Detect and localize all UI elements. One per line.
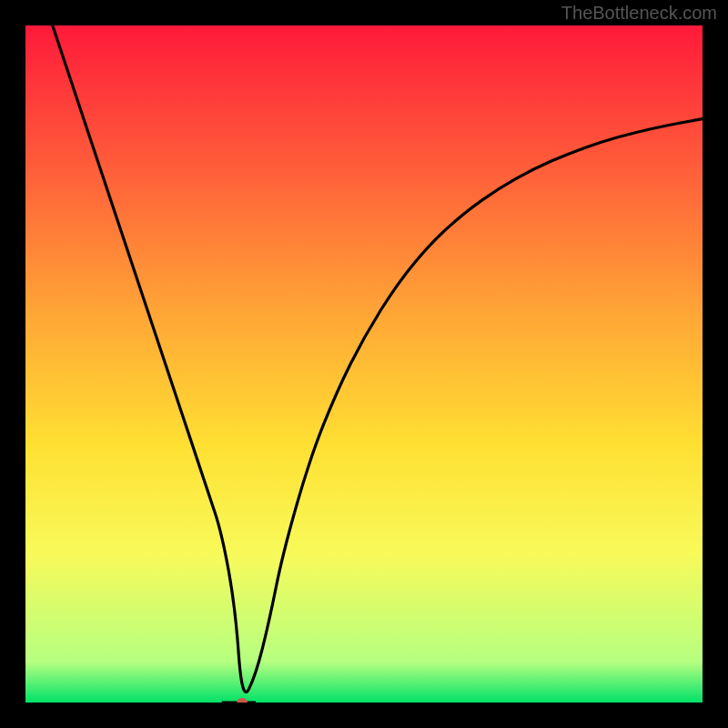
plot-area <box>25 25 703 703</box>
chart-svg <box>25 25 703 703</box>
svg-rect-0 <box>25 25 703 703</box>
watermark-text: TheBottleneck.com <box>561 3 717 24</box>
chart-container: TheBottleneck.com <box>0 0 728 728</box>
